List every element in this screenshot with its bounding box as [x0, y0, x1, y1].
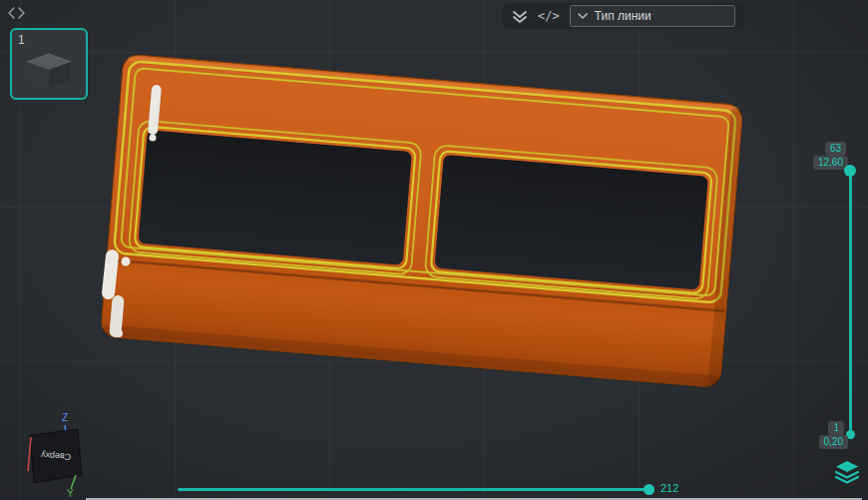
- plate-thumbnail[interactable]: 1: [10, 28, 88, 100]
- view-name-label: Сверху: [40, 450, 71, 462]
- layer-slider-upper-handle[interactable]: [844, 165, 856, 177]
- legend-toggle-button[interactable]: [512, 9, 528, 24]
- view-gizmo[interactable]: Z Сверху Y: [18, 405, 92, 499]
- layer-lower-number: 1: [828, 421, 844, 435]
- viewport[interactable]: 1 </> Тип линии 63 12,60 1 0,20: [0, 0, 868, 500]
- support-dot: [150, 135, 157, 142]
- move-slider-value: 212: [660, 482, 678, 494]
- layer-upper-height: 12,60: [813, 156, 848, 170]
- model-opening-left: [138, 130, 412, 265]
- x-axis-line: [28, 437, 31, 471]
- angle-brackets-icon: [6, 6, 28, 20]
- model-opening-right: [434, 155, 708, 290]
- line-type-select[interactable]: Тип линии: [570, 5, 735, 27]
- panel-collapse-button[interactable]: [6, 6, 28, 20]
- layer-slider-track[interactable]: [849, 176, 852, 436]
- sliced-model-preview[interactable]: [0, 0, 868, 500]
- move-slider-handle[interactable]: [644, 484, 654, 495]
- move-slider-track[interactable]: [178, 488, 649, 491]
- y-axis-line: [71, 475, 76, 489]
- layers-icon: [833, 458, 861, 486]
- layer-upper-number: 63: [825, 142, 846, 156]
- y-axis-label: Y: [67, 488, 74, 499]
- z-axis-label: Z: [62, 412, 68, 423]
- line-type-select-value: Тип линии: [595, 9, 651, 23]
- support-blob-4: [115, 329, 123, 337]
- gcode-icon[interactable]: </>: [538, 9, 560, 23]
- chevron-down-icon: [578, 13, 588, 20]
- layers-button[interactable]: [833, 458, 861, 486]
- support-blob-3: [122, 257, 131, 266]
- layer-lower-height: 0,20: [819, 435, 848, 449]
- preview-toolbar: </> Тип линии: [503, 3, 744, 29]
- plate-index: 1: [18, 33, 25, 47]
- double-chevron-down-icon: [512, 9, 528, 24]
